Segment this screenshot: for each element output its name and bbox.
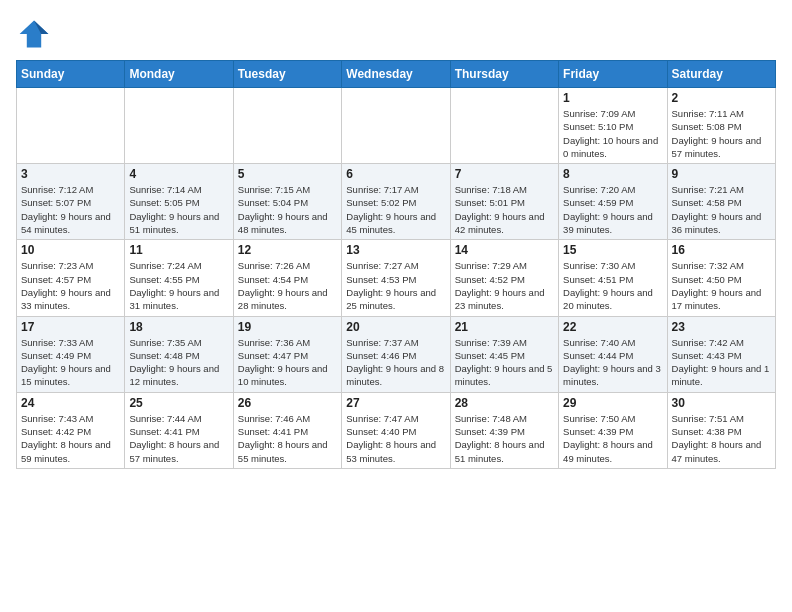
calendar-cell: 9Sunrise: 7:21 AM Sunset: 4:58 PM Daylig…: [667, 164, 775, 240]
calendar-cell: 24Sunrise: 7:43 AM Sunset: 4:42 PM Dayli…: [17, 392, 125, 468]
calendar-cell: 30Sunrise: 7:51 AM Sunset: 4:38 PM Dayli…: [667, 392, 775, 468]
calendar-cell: 7Sunrise: 7:18 AM Sunset: 5:01 PM Daylig…: [450, 164, 558, 240]
calendar-week-row: 1Sunrise: 7:09 AM Sunset: 5:10 PM Daylig…: [17, 88, 776, 164]
day-number: 2: [672, 91, 771, 105]
day-info: Sunrise: 7:43 AM Sunset: 4:42 PM Dayligh…: [21, 412, 120, 465]
calendar-cell: 27Sunrise: 7:47 AM Sunset: 4:40 PM Dayli…: [342, 392, 450, 468]
day-number: 20: [346, 320, 445, 334]
calendar-cell: 26Sunrise: 7:46 AM Sunset: 4:41 PM Dayli…: [233, 392, 341, 468]
calendar-cell: [125, 88, 233, 164]
day-number: 18: [129, 320, 228, 334]
day-number: 24: [21, 396, 120, 410]
day-number: 21: [455, 320, 554, 334]
day-number: 14: [455, 243, 554, 257]
calendar-cell: 3Sunrise: 7:12 AM Sunset: 5:07 PM Daylig…: [17, 164, 125, 240]
day-info: Sunrise: 7:29 AM Sunset: 4:52 PM Dayligh…: [455, 259, 554, 312]
calendar-cell: 19Sunrise: 7:36 AM Sunset: 4:47 PM Dayli…: [233, 316, 341, 392]
day-info: Sunrise: 7:20 AM Sunset: 4:59 PM Dayligh…: [563, 183, 662, 236]
day-info: Sunrise: 7:18 AM Sunset: 5:01 PM Dayligh…: [455, 183, 554, 236]
day-number: 15: [563, 243, 662, 257]
calendar-cell: [342, 88, 450, 164]
day-info: Sunrise: 7:17 AM Sunset: 5:02 PM Dayligh…: [346, 183, 445, 236]
calendar-table: SundayMondayTuesdayWednesdayThursdayFrid…: [16, 60, 776, 469]
page-header: [16, 16, 776, 52]
calendar-cell: 16Sunrise: 7:32 AM Sunset: 4:50 PM Dayli…: [667, 240, 775, 316]
day-number: 16: [672, 243, 771, 257]
day-info: Sunrise: 7:35 AM Sunset: 4:48 PM Dayligh…: [129, 336, 228, 389]
calendar-cell: 22Sunrise: 7:40 AM Sunset: 4:44 PM Dayli…: [559, 316, 667, 392]
day-number: 1: [563, 91, 662, 105]
day-number: 11: [129, 243, 228, 257]
calendar-cell: 25Sunrise: 7:44 AM Sunset: 4:41 PM Dayli…: [125, 392, 233, 468]
calendar-cell: 15Sunrise: 7:30 AM Sunset: 4:51 PM Dayli…: [559, 240, 667, 316]
day-info: Sunrise: 7:23 AM Sunset: 4:57 PM Dayligh…: [21, 259, 120, 312]
day-info: Sunrise: 7:46 AM Sunset: 4:41 PM Dayligh…: [238, 412, 337, 465]
day-number: 5: [238, 167, 337, 181]
day-of-week-header: Thursday: [450, 61, 558, 88]
day-number: 28: [455, 396, 554, 410]
day-info: Sunrise: 7:44 AM Sunset: 4:41 PM Dayligh…: [129, 412, 228, 465]
day-info: Sunrise: 7:37 AM Sunset: 4:46 PM Dayligh…: [346, 336, 445, 389]
calendar-cell: 14Sunrise: 7:29 AM Sunset: 4:52 PM Dayli…: [450, 240, 558, 316]
logo: [16, 16, 56, 52]
day-info: Sunrise: 7:26 AM Sunset: 4:54 PM Dayligh…: [238, 259, 337, 312]
calendar-cell: 10Sunrise: 7:23 AM Sunset: 4:57 PM Dayli…: [17, 240, 125, 316]
calendar-cell: 4Sunrise: 7:14 AM Sunset: 5:05 PM Daylig…: [125, 164, 233, 240]
day-info: Sunrise: 7:14 AM Sunset: 5:05 PM Dayligh…: [129, 183, 228, 236]
day-number: 10: [21, 243, 120, 257]
calendar-week-row: 17Sunrise: 7:33 AM Sunset: 4:49 PM Dayli…: [17, 316, 776, 392]
calendar-cell: 8Sunrise: 7:20 AM Sunset: 4:59 PM Daylig…: [559, 164, 667, 240]
day-info: Sunrise: 7:15 AM Sunset: 5:04 PM Dayligh…: [238, 183, 337, 236]
day-number: 30: [672, 396, 771, 410]
day-of-week-header: Sunday: [17, 61, 125, 88]
calendar-cell: 18Sunrise: 7:35 AM Sunset: 4:48 PM Dayli…: [125, 316, 233, 392]
day-number: 4: [129, 167, 228, 181]
calendar-cell: 12Sunrise: 7:26 AM Sunset: 4:54 PM Dayli…: [233, 240, 341, 316]
day-info: Sunrise: 7:42 AM Sunset: 4:43 PM Dayligh…: [672, 336, 771, 389]
day-number: 3: [21, 167, 120, 181]
day-number: 27: [346, 396, 445, 410]
calendar-cell: 2Sunrise: 7:11 AM Sunset: 5:08 PM Daylig…: [667, 88, 775, 164]
day-number: 25: [129, 396, 228, 410]
calendar-cell: [450, 88, 558, 164]
calendar-cell: 23Sunrise: 7:42 AM Sunset: 4:43 PM Dayli…: [667, 316, 775, 392]
day-info: Sunrise: 7:24 AM Sunset: 4:55 PM Dayligh…: [129, 259, 228, 312]
day-number: 19: [238, 320, 337, 334]
calendar-cell: 29Sunrise: 7:50 AM Sunset: 4:39 PM Dayli…: [559, 392, 667, 468]
day-number: 26: [238, 396, 337, 410]
logo-icon: [16, 16, 52, 52]
day-number: 9: [672, 167, 771, 181]
day-info: Sunrise: 7:12 AM Sunset: 5:07 PM Dayligh…: [21, 183, 120, 236]
calendar-cell: 5Sunrise: 7:15 AM Sunset: 5:04 PM Daylig…: [233, 164, 341, 240]
day-number: 7: [455, 167, 554, 181]
calendar-week-row: 3Sunrise: 7:12 AM Sunset: 5:07 PM Daylig…: [17, 164, 776, 240]
day-number: 12: [238, 243, 337, 257]
calendar-cell: 20Sunrise: 7:37 AM Sunset: 4:46 PM Dayli…: [342, 316, 450, 392]
day-info: Sunrise: 7:09 AM Sunset: 5:10 PM Dayligh…: [563, 107, 662, 160]
calendar-week-row: 24Sunrise: 7:43 AM Sunset: 4:42 PM Dayli…: [17, 392, 776, 468]
day-of-week-header: Monday: [125, 61, 233, 88]
day-info: Sunrise: 7:47 AM Sunset: 4:40 PM Dayligh…: [346, 412, 445, 465]
calendar-cell: 11Sunrise: 7:24 AM Sunset: 4:55 PM Dayli…: [125, 240, 233, 316]
day-of-week-header: Wednesday: [342, 61, 450, 88]
calendar-cell: 6Sunrise: 7:17 AM Sunset: 5:02 PM Daylig…: [342, 164, 450, 240]
day-info: Sunrise: 7:36 AM Sunset: 4:47 PM Dayligh…: [238, 336, 337, 389]
day-number: 13: [346, 243, 445, 257]
day-number: 6: [346, 167, 445, 181]
day-info: Sunrise: 7:48 AM Sunset: 4:39 PM Dayligh…: [455, 412, 554, 465]
day-info: Sunrise: 7:32 AM Sunset: 4:50 PM Dayligh…: [672, 259, 771, 312]
day-info: Sunrise: 7:39 AM Sunset: 4:45 PM Dayligh…: [455, 336, 554, 389]
calendar-cell: 13Sunrise: 7:27 AM Sunset: 4:53 PM Dayli…: [342, 240, 450, 316]
day-info: Sunrise: 7:30 AM Sunset: 4:51 PM Dayligh…: [563, 259, 662, 312]
day-of-week-header: Saturday: [667, 61, 775, 88]
day-info: Sunrise: 7:21 AM Sunset: 4:58 PM Dayligh…: [672, 183, 771, 236]
calendar-cell: 21Sunrise: 7:39 AM Sunset: 4:45 PM Dayli…: [450, 316, 558, 392]
calendar-cell: [17, 88, 125, 164]
day-number: 17: [21, 320, 120, 334]
calendar-cell: [233, 88, 341, 164]
calendar-cell: 28Sunrise: 7:48 AM Sunset: 4:39 PM Dayli…: [450, 392, 558, 468]
calendar-week-row: 10Sunrise: 7:23 AM Sunset: 4:57 PM Dayli…: [17, 240, 776, 316]
day-of-week-header: Friday: [559, 61, 667, 88]
calendar-cell: 17Sunrise: 7:33 AM Sunset: 4:49 PM Dayli…: [17, 316, 125, 392]
day-of-week-header: Tuesday: [233, 61, 341, 88]
